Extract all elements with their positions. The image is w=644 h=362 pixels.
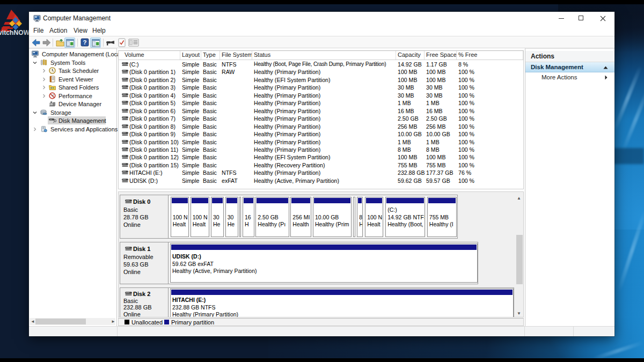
svg-text:?: ? bbox=[83, 39, 86, 46]
